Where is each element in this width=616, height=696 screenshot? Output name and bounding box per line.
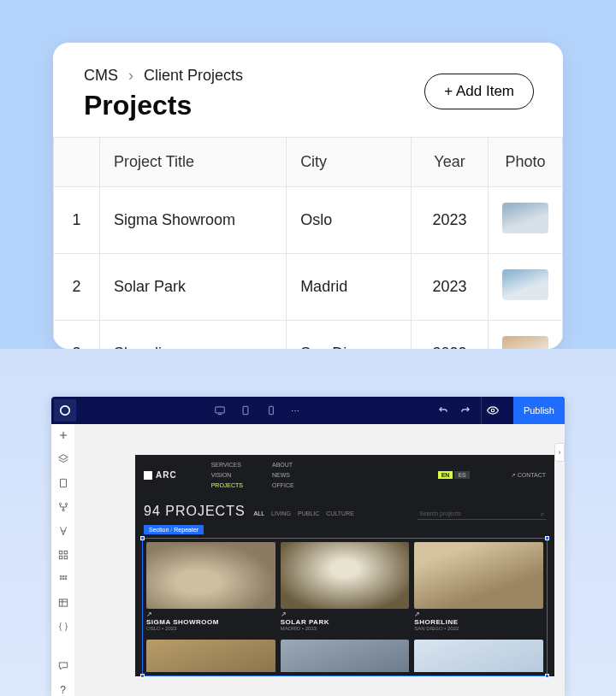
projects-table: Project Title City Year Photo 1 Sigma Sh… xyxy=(53,137,563,349)
tree-icon[interactable] xyxy=(57,501,69,513)
breadcrumb: CMS › Client Projects xyxy=(84,67,243,85)
text-icon[interactable] xyxy=(57,525,69,537)
layers-icon[interactable] xyxy=(57,453,69,465)
project-card[interactable]: ↗ SOLAR PARK MADRID • 2023 xyxy=(281,542,410,634)
arrow-icon: ↗ xyxy=(414,610,543,618)
col-title[interactable]: Project Title xyxy=(100,138,287,187)
arrow-icon: ↗ xyxy=(146,610,275,618)
filter-public[interactable]: PUBLIC xyxy=(298,510,319,516)
editor-topbar: ⋯ Publish xyxy=(51,397,565,424)
svg-point-10 xyxy=(59,503,61,504)
card-image xyxy=(414,542,543,609)
page-title: Projects xyxy=(84,90,243,121)
table-row[interactable]: 3 Shoreline San Diego 2022 xyxy=(54,321,563,350)
svg-point-0 xyxy=(61,406,70,416)
svg-point-21 xyxy=(62,578,64,580)
search-icon: ⌕ xyxy=(541,510,544,516)
col-year[interactable]: Year xyxy=(412,138,489,187)
svg-point-12 xyxy=(62,509,63,510)
filter-living[interactable]: LIVING xyxy=(271,510,291,516)
braces-icon[interactable] xyxy=(57,621,69,633)
svg-rect-13 xyxy=(59,551,62,554)
filter-all[interactable]: ALL xyxy=(254,510,264,516)
table-row[interactable]: 2 Solar Park Madrid 2023 xyxy=(54,254,563,321)
project-card[interactable] xyxy=(146,640,275,672)
plus-icon[interactable] xyxy=(57,429,69,441)
breadcrumb-root[interactable]: CMS xyxy=(84,67,118,85)
search-input[interactable]: Search projects ⌕ xyxy=(418,508,546,520)
redo-icon[interactable] xyxy=(459,404,472,417)
nav-services[interactable]: SERVICES xyxy=(211,462,243,468)
site-logo[interactable]: ARC xyxy=(144,470,177,480)
svg-rect-1 xyxy=(216,407,225,413)
svg-point-18 xyxy=(62,575,64,577)
photo-thumb[interactable] xyxy=(502,269,548,300)
card-image xyxy=(281,542,410,609)
svg-rect-4 xyxy=(270,406,274,414)
contact-link[interactable]: ↗ CONTACT xyxy=(511,472,546,479)
nav-news[interactable]: NEWS xyxy=(272,472,294,478)
collapse-panel-handle[interactable]: › xyxy=(554,443,565,462)
svg-marker-8 xyxy=(58,455,68,460)
nav-vision[interactable]: VISION xyxy=(211,472,243,478)
tool-rail: ? xyxy=(51,424,75,696)
undo-icon[interactable] xyxy=(436,404,450,417)
breadcrumb-leaf[interactable]: Client Projects xyxy=(144,67,243,85)
repeater-selection[interactable]: ↗ SIGMA SHOWROOM OSLO • 2023 ↗ SOLAR PAR… xyxy=(142,538,548,676)
col-photo[interactable]: Photo xyxy=(489,138,563,187)
project-card[interactable]: ↗ SIGMA SHOWROOM OSLO • 2023 xyxy=(146,542,275,634)
nav-office[interactable]: OFFICE xyxy=(272,482,294,488)
project-card[interactable] xyxy=(281,640,410,672)
tablet-icon[interactable] xyxy=(240,404,252,416)
svg-rect-9 xyxy=(60,479,66,487)
svg-point-22 xyxy=(65,578,67,580)
more-icon[interactable]: ⋯ xyxy=(291,406,300,416)
table-row[interactable]: 1 Sigma Showroom Oslo 2023 xyxy=(54,187,563,254)
project-card[interactable] xyxy=(414,640,543,672)
site-preview: ARC SERVICES VISION PROJECTS ABOUT NEWS … xyxy=(135,455,554,676)
filter-culture[interactable]: CULTURE xyxy=(326,510,354,516)
site-editor: ⋯ Publish ? › xyxy=(51,397,565,696)
canvas[interactable]: › ARC SERVICES VISION PROJECTS xyxy=(75,424,565,696)
photo-thumb[interactable] xyxy=(502,336,548,349)
app-logo[interactable] xyxy=(54,399,76,422)
help-icon[interactable]: ? xyxy=(57,684,69,696)
svg-rect-15 xyxy=(59,556,62,559)
svg-rect-3 xyxy=(244,406,249,414)
svg-point-17 xyxy=(60,575,62,577)
nav-about[interactable]: ABOUT xyxy=(272,462,294,468)
page-icon[interactable] xyxy=(57,477,69,489)
arrow-icon: ↗ xyxy=(281,610,410,618)
col-city[interactable]: City xyxy=(287,138,412,187)
preview-button[interactable] xyxy=(481,397,505,424)
svg-point-20 xyxy=(60,578,62,580)
add-item-button[interactable]: + Add Item xyxy=(424,74,534,109)
mobile-icon[interactable] xyxy=(265,404,277,416)
chat-icon[interactable] xyxy=(57,660,69,672)
svg-rect-14 xyxy=(64,551,68,554)
svg-point-5 xyxy=(492,409,495,412)
svg-rect-16 xyxy=(64,556,68,559)
nav-projects[interactable]: PROJECTS xyxy=(211,482,243,488)
chevron-right-icon: › xyxy=(128,67,133,85)
selection-breadcrumb[interactable]: Section/Repeater xyxy=(144,525,204,534)
svg-point-19 xyxy=(65,575,67,577)
project-card[interactable]: ↗ SHORELINE SAN DIEGO • 2022 xyxy=(414,542,543,634)
lang-es[interactable]: ES xyxy=(454,471,469,479)
table-header-row: Project Title City Year Photo xyxy=(54,138,563,187)
lang-en[interactable]: EN xyxy=(438,471,453,479)
apps-icon[interactable] xyxy=(57,549,69,561)
table-icon[interactable] xyxy=(57,597,69,609)
svg-point-11 xyxy=(65,503,67,504)
photo-thumb[interactable] xyxy=(502,203,548,233)
grid-icon[interactable] xyxy=(57,573,69,585)
project-count: 94 PROJECTS xyxy=(144,504,246,519)
card-image xyxy=(146,542,275,609)
publish-button[interactable]: Publish xyxy=(513,397,565,424)
cms-panel: CMS › Client Projects Projects + Add Ite… xyxy=(53,43,563,349)
desktop-icon[interactable] xyxy=(214,404,226,416)
svg-rect-23 xyxy=(59,599,67,606)
